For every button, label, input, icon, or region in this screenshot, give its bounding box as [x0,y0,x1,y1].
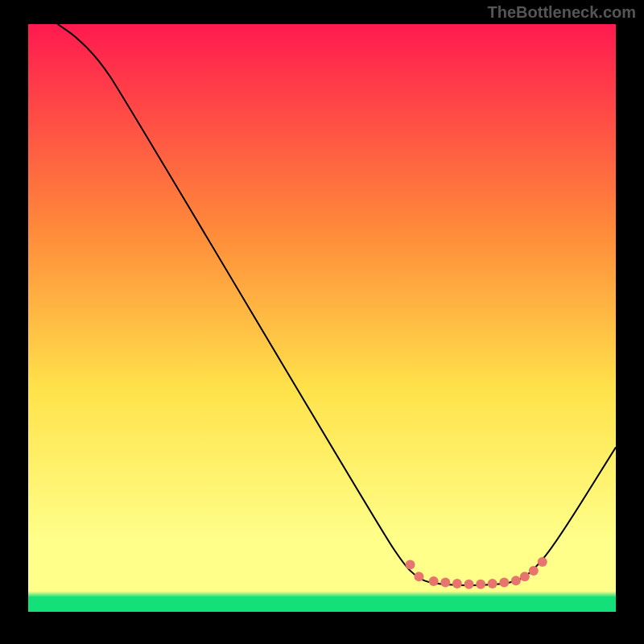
data-marker [499,578,509,588]
data-marker [452,579,462,588]
data-marker [538,557,547,567]
chart-background [28,24,616,612]
data-marker [511,576,521,585]
chart-container: TheBottleneck.com [0,0,644,644]
plot-area [28,24,616,612]
data-marker [529,566,539,576]
data-marker [429,576,439,586]
data-marker [476,580,485,589]
data-marker [414,572,423,581]
watermark-text: TheBottleneck.com [488,3,636,22]
data-marker [440,578,450,588]
data-marker [520,572,530,581]
chart-svg [28,24,616,612]
data-marker [464,580,474,589]
data-marker [406,560,415,570]
data-marker [488,579,497,588]
